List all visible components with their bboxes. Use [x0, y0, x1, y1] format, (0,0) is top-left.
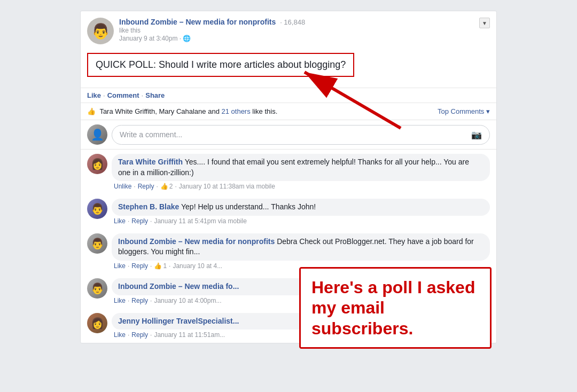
facebook-post-card: 👨 Inbound Zombie – New media for nonprof…	[80, 11, 497, 343]
post-date: January 9 at 3:40pm · 🌐	[119, 35, 305, 42]
comment-bubble-tara: Tara White Griffith Yes.... I found that…	[112, 154, 490, 181]
post-meta: Inbound Zombie – New media for nonprofit…	[119, 18, 305, 42]
comment-body-stephen: Stephen B. Blake Yep! Help us understand…	[112, 199, 490, 225]
comment-body-iz2: Inbound Zombie – New media fo... Like · …	[112, 278, 490, 304]
like-action[interactable]: Like	[87, 91, 101, 99]
comment-bubble-stephen: Stephen B. Blake Yep! Help us understand…	[112, 199, 490, 216]
comment-date-jenny: January 11 at 11:51am...	[154, 331, 225, 339]
page-avatar: 👨	[87, 18, 114, 44]
comment-item: 👩 Jenny Hollinger TravelSpecialist... Li…	[81, 309, 496, 343]
post-actions-bar: Like · Comment · Share	[81, 88, 496, 103]
post-header: 👨 Inbound Zombie – New media for nonprof…	[81, 11, 496, 49]
comment-avatar-jenny: 👩	[87, 313, 107, 333]
like-link-iz1[interactable]: Like	[114, 262, 126, 270]
top-comments-button[interactable]: Top Comments ▾	[438, 107, 490, 115]
poll-question-box: QUICK POLL: Should I write more articles…	[87, 53, 354, 77]
page-name-line: Inbound Zombie – New media for nonprofit…	[119, 18, 305, 26]
reply-link-tara[interactable]: Reply	[138, 183, 154, 190]
action-sep-1: ·	[103, 91, 105, 99]
like-count-tara: 👍 2	[160, 183, 173, 190]
camera-icon: 📷	[471, 130, 482, 140]
dropdown-icon: ▼	[482, 20, 487, 26]
thumbsup-icon: 👍	[87, 107, 96, 115]
comment-body-iz1: Inbound Zombie – New media for nonprofit…	[112, 233, 490, 270]
comment-item: 👨 Stephen B. Blake Yep! Help us understa…	[81, 194, 496, 229]
comment-author-iz2[interactable]: Inbound Zombie – New media fo...	[118, 282, 239, 291]
comment-meta-jenny: Like · Reply · January 11 at 11:51am...	[112, 331, 490, 339]
post-content: QUICK POLL: Should I write more articles…	[81, 49, 496, 88]
comment-item: 👨 Inbound Zombie – New media fo... Like …	[81, 274, 496, 309]
page-wrapper: 👨 Inbound Zombie – New media for nonprof…	[80, 11, 497, 343]
globe-icon: · 🌐	[180, 35, 191, 42]
page-name[interactable]: Inbound Zombie – New media for nonprofit…	[119, 18, 276, 26]
comment-placeholder: Write a comment...	[120, 130, 182, 139]
like-text: like this	[119, 27, 305, 34]
likes-text: Tara White Griffith, Mary Cahalane and 2…	[99, 107, 277, 115]
post-dropdown-button[interactable]: ▼	[479, 18, 490, 28]
comment-bubble-jenny: Jenny Hollinger TravelSpecialist...	[112, 313, 490, 330]
comment-avatar-iz1: 👨	[87, 233, 107, 254]
reply-link-iz1[interactable]: Reply	[131, 262, 148, 270]
thumbsup-sm2: 👍	[154, 262, 162, 270]
page-likes: · 16,848	[280, 18, 305, 26]
like-link-stephen[interactable]: Like	[114, 217, 126, 225]
comment-bubble-iz1: Inbound Zombie – New media for nonprofit…	[112, 233, 490, 261]
comment-meta-iz2: Like · Reply · January 10 at 4:00pm...	[112, 297, 490, 304]
action-sep-2: ·	[142, 91, 144, 99]
comment-avatar-tara: 👩	[87, 154, 107, 174]
unlike-link-tara[interactable]: Unlike	[114, 183, 131, 190]
comment-date-iz1: January 10 at 4...	[173, 262, 222, 270]
comment-author-jenny[interactable]: Jenny Hollinger TravelSpecialist...	[118, 317, 239, 325]
reply-link-stephen[interactable]: Reply	[131, 217, 148, 225]
like-count-iz1: 👍 1	[154, 262, 167, 270]
likes-others-link[interactable]: 21 others	[222, 107, 251, 115]
comment-date-stephen: January 11 at 5:41pm via mobile	[154, 217, 246, 225]
likes-summary: 👍 Tara White Griffith, Mary Cahalane and…	[87, 107, 277, 115]
comment-author-iz1[interactable]: Inbound Zombie – New media for nonprofit…	[118, 237, 275, 246]
comment-bubble-iz2: Inbound Zombie – New media fo...	[112, 278, 490, 295]
comment-text-stephen: Yep! Help us understand... Thanks John!	[181, 202, 316, 211]
comment-body-tara: Tara White Griffith Yes.... I found that…	[112, 154, 490, 190]
comment-avatar-stephen: 👨	[87, 199, 107, 219]
like-link-jenny[interactable]: Like	[114, 331, 126, 339]
comment-avatar-iz2: 👨	[87, 278, 107, 299]
comment-input[interactable]: Write a comment... 📷	[112, 125, 490, 145]
comment-input-area: 👤 Write a comment... 📷	[81, 120, 496, 150]
reply-link-jenny[interactable]: Reply	[131, 331, 148, 339]
likes-bar: 👍 Tara White Griffith, Mary Cahalane and…	[81, 103, 496, 120]
comment-author-stephen[interactable]: Stephen B. Blake	[118, 202, 179, 211]
comment-item: 👨 Inbound Zombie – New media for nonprof…	[81, 229, 496, 274]
comment-date-iz2: January 10 at 4:00pm...	[154, 297, 221, 304]
thumbsup-sm: 👍	[160, 183, 168, 190]
comment-meta-stephen: Like · Reply · January 11 at 5:41pm via …	[112, 217, 490, 225]
poll-question-text: QUICK POLL: Should I write more articles…	[96, 59, 346, 70]
reply-link-iz2[interactable]: Reply	[131, 297, 148, 304]
share-action[interactable]: Share	[145, 91, 165, 99]
comment-author-tara[interactable]: Tara White Griffith	[118, 158, 183, 166]
avatar-image: 👨	[87, 18, 114, 44]
comment-meta-tara: Unlike · Reply · 👍 2 · January 10 at 11:…	[112, 183, 490, 190]
comment-action[interactable]: Comment	[107, 91, 139, 99]
comment-meta-iz1: Like · Reply · 👍 1 · January 10 at 4...	[112, 262, 490, 270]
comment-item: 👩 Tara White Griffith Yes.... I found th…	[81, 150, 496, 194]
like-link-iz2[interactable]: Like	[114, 297, 126, 304]
current-user-avatar: 👤	[87, 124, 107, 145]
comment-body-jenny: Jenny Hollinger TravelSpecialist... Like…	[112, 313, 490, 339]
comment-date-tara: January 10 at 11:38am via mobile	[179, 183, 275, 190]
